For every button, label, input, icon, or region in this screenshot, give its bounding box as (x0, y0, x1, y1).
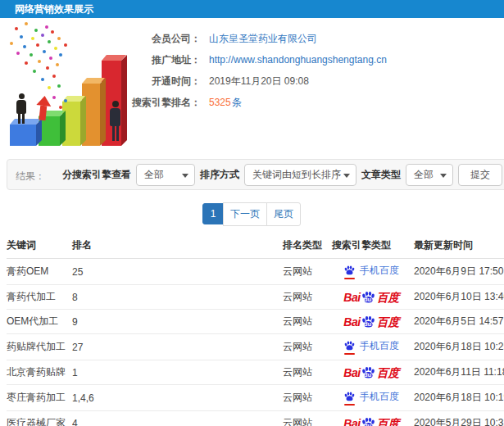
baidu-paw-icon: du (361, 365, 376, 381)
baidu-logo: Bai du 百度 (343, 416, 398, 426)
table-row: 北京膏药贴牌 1 云网站 手机百度 Bai du 百度 2020年6月11日 1… (7, 360, 504, 385)
pagination-last[interactable]: 尾页 (266, 202, 301, 226)
engine-badge: 手机百度 Bai du 百度 (343, 264, 399, 278)
chart-bar-blue (10, 125, 36, 146)
engine-filter-select[interactable]: 全部 (136, 164, 195, 186)
keyword-cell: OEM代加工 (7, 310, 72, 334)
info-section: 会员公司： 山东皇圣堂药业有限公司 推广地址： http://www.shand… (0, 18, 504, 157)
engine-type-cell: 手机百度 Bai du 百度 (332, 385, 414, 411)
updated-cell: 2020年6月11日 11:18 (414, 360, 504, 385)
open-time-row: 开通时间： 2019年11月20日 09:08 (107, 70, 502, 92)
baidu-logo-bai: Bai (343, 292, 360, 303)
table-row: 枣庄膏药加工 1,4,6 云网站 手机百度 Bai du 百度 2020年6月1… (7, 385, 504, 411)
pagination-current[interactable]: 1 (202, 203, 224, 224)
table-row: 膏药OEM 25 云网站 手机百度 Bai du 百度 2020年6月9日 17… (7, 259, 504, 285)
rank-link[interactable]: 8 (72, 285, 283, 310)
table-row: 医疗器械厂家 4 云网站 手机百度 Bai du 百度 2020年5月29日 1… (7, 411, 504, 426)
engine-rank-row: 搜索引擎排名： 5325 条 (107, 92, 502, 113)
table-row: 药贴牌代加工 27 云网站 手机百度 Bai du 百度 2020年6月18日 … (7, 334, 504, 360)
col-header-engine-type: 搜索引擎类型 (332, 234, 414, 259)
table-row: OEM代加工 9 云网站 手机百度 Bai du 百度 2020年6月5日 14… (7, 310, 504, 334)
up-arrow-icon (34, 95, 52, 121)
col-header-rank-type: 排名类型 (283, 234, 332, 259)
keyword-cell: 膏药代加工 (7, 285, 72, 310)
baidu-logo-du: du (364, 423, 372, 426)
col-header-updated: 最新更新时间 (414, 234, 504, 259)
keyword-cell: 药贴牌代加工 (7, 334, 72, 360)
promo-url-row: 推广地址： http://www.shandonghuangshengtang.… (107, 49, 502, 70)
engine-filter-label: 分搜索引擎查看 (62, 168, 131, 182)
pagination: 1 下一页 尾页 (0, 203, 504, 224)
baidu-logo-du: du (364, 297, 372, 303)
engine-badge: 手机百度 Bai du 百度 (343, 365, 398, 379)
mobile-baidu-badge: 手机百度 (343, 390, 399, 404)
mobile-baidu-badge: 手机百度 (343, 264, 399, 278)
engine-type-cell: 手机百度 Bai du 百度 (332, 360, 414, 385)
baidu-logo-cn: 百度 (377, 292, 399, 303)
updated-cell: 2020年6月18日 10:25 (414, 334, 504, 360)
engine-type-cell: 手机百度 Bai du 百度 (332, 334, 414, 360)
rank-type-cell: 云网站 (283, 360, 332, 385)
baidu-logo-du: du (364, 372, 372, 378)
baidu-paw-icon: du (361, 290, 376, 306)
rank-link[interactable]: 25 (72, 259, 283, 285)
engine-rank-unit[interactable]: 条 (232, 96, 242, 110)
rank-link[interactable]: 1 (72, 360, 283, 385)
updated-cell: 2020年6月10日 13:40 (414, 285, 504, 310)
sort-filter-select[interactable]: 关键词由短到长排序 (244, 164, 356, 186)
rank-link[interactable]: 4 (72, 411, 283, 426)
mobile-baidu-label: 手机百度 (360, 390, 399, 404)
page-title: 网络营销效果展示 (15, 3, 93, 15)
engine-badge: 手机百度 Bai du 百度 (343, 339, 399, 353)
keyword-cell: 北京膏药贴牌 (7, 360, 72, 385)
rank-link[interactable]: 9 (72, 310, 283, 334)
member-company-label: 会员公司： (107, 32, 201, 46)
rank-type-cell: 云网站 (283, 411, 332, 426)
member-company-row: 会员公司： 山东皇圣堂药业有限公司 (107, 28, 502, 49)
rank-link[interactable]: 1,4,6 (72, 385, 283, 411)
baidu-logo-cn: 百度 (377, 367, 399, 378)
company-info: 会员公司： 山东皇圣堂药业有限公司 推广地址： http://www.shand… (107, 28, 502, 113)
submit-button[interactable]: 提交 (458, 164, 502, 186)
updated-cell: 2020年6月5日 14:57 (414, 310, 504, 334)
table-row: 膏药代加工 8 云网站 手机百度 Bai du 百度 2020年6月10日 13… (7, 285, 504, 310)
engine-type-cell: 手机百度 Bai du 百度 (332, 259, 414, 285)
col-header-keyword: 关键词 (7, 234, 72, 259)
rank-type-cell: 云网站 (283, 285, 332, 310)
baidu-paw-icon (343, 340, 356, 352)
baidu-logo-bai: Bai (343, 418, 360, 426)
article-type-select[interactable]: 全部 (406, 164, 453, 186)
engine-rank-count: 5325 (209, 97, 231, 108)
promo-url-link[interactable]: http://www.shandonghuangshengtang.cn (209, 54, 387, 66)
filter-controls: 分搜索引擎查看 全部 排序方式 关键词由短到长排序 文章类型 全部 提交 (62, 164, 502, 186)
sort-filter-selected: 关键词由短到长排序 (252, 169, 341, 180)
businessman-right (110, 101, 120, 141)
mobile-baidu-badge: 手机百度 (343, 339, 399, 353)
updated-cell: 2020年5月29日 10:32 (414, 411, 504, 426)
article-type-label: 文章类型 (361, 168, 401, 182)
member-company-link[interactable]: 山东皇圣堂药业有限公司 (209, 32, 317, 46)
rank-type-cell: 云网站 (283, 385, 332, 411)
engine-badge: 手机百度 Bai du 百度 (343, 315, 398, 329)
keyword-cell: 膏药OEM (7, 259, 72, 285)
rank-type-cell: 云网站 (283, 334, 332, 360)
result-label: 结果： (16, 170, 45, 184)
sort-filter-label: 排序方式 (200, 168, 239, 182)
baidu-logo-bai: Bai (343, 367, 360, 378)
article-type-selected: 全部 (414, 169, 434, 180)
baidu-logo: Bai du 百度 (343, 315, 398, 329)
baidu-paw-icon (343, 265, 356, 277)
confetti-decoration (0, 20, 3, 24)
engine-type-cell: 手机百度 Bai du 百度 (332, 411, 414, 426)
pagination-next[interactable]: 下一页 (223, 202, 267, 226)
engine-badge: 手机百度 Bai du 百度 (343, 390, 399, 404)
table-header-row: 关键词 排名 排名类型 搜索引擎类型 最新更新时间 (7, 234, 504, 259)
rank-link[interactable]: 27 (72, 334, 283, 360)
baidu-logo-cn: 百度 (377, 316, 399, 328)
businessman-left (16, 93, 26, 124)
col-header-rank: 排名 (72, 234, 283, 259)
filter-bar: 结果： 分搜索引擎查看 全部 排序方式 关键词由短到长排序 文章类型 全部 提交 (7, 159, 504, 190)
baidu-logo: Bai du 百度 (343, 365, 398, 379)
mobile-baidu-label: 手机百度 (360, 339, 399, 353)
baidu-logo-du: du (364, 321, 372, 328)
